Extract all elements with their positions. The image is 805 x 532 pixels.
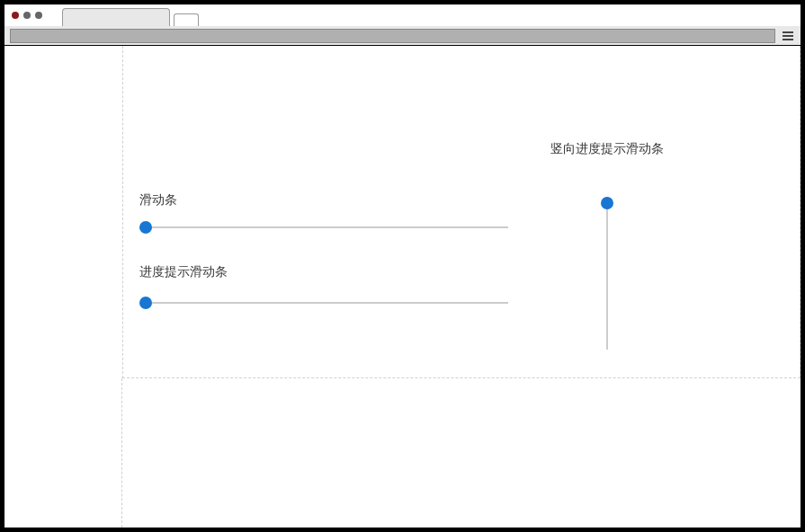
minimize-window-button[interactable] <box>23 12 31 19</box>
slider-thumb[interactable] <box>139 297 152 309</box>
maximize-window-button[interactable] <box>35 12 42 19</box>
grid-guideline <box>4 378 122 528</box>
browser-window: 滑动条 进度提示滑动条 竖向进度提示滑动条 <box>0 0 805 532</box>
url-input[interactable] <box>10 29 775 43</box>
vertical-progress-slider[interactable] <box>601 197 613 350</box>
address-bar <box>4 26 801 46</box>
close-window-button[interactable] <box>12 12 19 19</box>
browser-tab-new[interactable] <box>174 13 199 26</box>
content-area: 滑动条 进度提示滑动条 竖向进度提示滑动条 <box>4 46 801 528</box>
window-chrome <box>4 4 801 26</box>
progress-slider[interactable] <box>139 297 508 309</box>
slider-track <box>139 226 508 228</box>
traffic-lights <box>12 12 42 19</box>
slider-thumb[interactable] <box>601 197 613 209</box>
progress-slider-group: 进度提示滑动条 <box>139 264 508 309</box>
slider-track <box>139 302 508 304</box>
slider-thumb[interactable] <box>139 221 152 234</box>
horizontal-sliders-group: 滑动条 进度提示滑动条 <box>139 192 508 309</box>
basic-slider[interactable] <box>139 221 508 234</box>
vertical-slider-group: 竖向进度提示滑动条 <box>531 141 684 350</box>
basic-slider-label: 滑动条 <box>139 192 508 208</box>
hamburger-menu-icon[interactable] <box>781 29 795 43</box>
progress-slider-label: 进度提示滑动条 <box>139 264 508 280</box>
vertical-progress-slider-label: 竖向进度提示滑动条 <box>550 141 664 157</box>
slider-track <box>606 197 608 350</box>
browser-tab-active[interactable] <box>62 8 170 26</box>
tab-bar <box>62 4 199 26</box>
